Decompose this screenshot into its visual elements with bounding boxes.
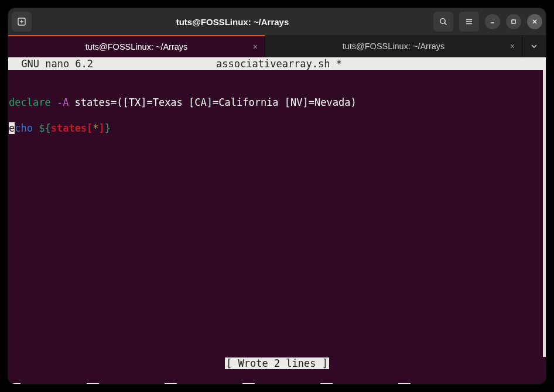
tab-overflow-chevron[interactable]	[522, 35, 546, 57]
status-line: [ Wrote 2 lines ]	[8, 357, 546, 370]
svg-line-4	[444, 23, 446, 25]
scrollbar[interactable]	[543, 70, 546, 357]
shortcut-bar: ^G Help ^O Write Out ^W Where Is ^K Cut …	[8, 370, 546, 384]
nano-filename: associativearray.sh *	[93, 57, 539, 70]
minimize-button[interactable]	[485, 14, 500, 29]
close-button[interactable]	[527, 14, 542, 29]
tab-label: tuts@FOSSLinux: ~/Arrays	[343, 42, 445, 51]
tab-1[interactable]: tuts@FOSSLinux: ~/Arrays ×	[8, 35, 265, 57]
code-line-2: echo ${states[*]}	[9, 122, 111, 134]
maximize-button[interactable]	[506, 14, 521, 29]
terminal-window: tuts@FOSSLinux: ~/Arrays tuts@FOSSLinux:…	[8, 8, 546, 384]
tab-label: tuts@FOSSLinux: ~/Arrays	[86, 42, 188, 51]
svg-rect-9	[512, 20, 515, 23]
nano-version: GNU nano 6.2	[15, 57, 93, 70]
nano-header: GNU nano 6.2 associativearray.sh *	[8, 57, 546, 70]
tab-close-icon[interactable]: ×	[253, 42, 258, 51]
editor-area[interactable]: declare -A states=([TX]=Texas [CA]=Calif…	[8, 70, 546, 357]
cursor: e	[9, 122, 15, 134]
code-line-1: declare -A states=([TX]=Texas [CA]=Calif…	[9, 97, 357, 108]
new-tab-button[interactable]	[12, 12, 32, 32]
tab-close-icon[interactable]: ×	[510, 42, 515, 51]
window-title: tuts@FOSSLinux: ~/Arrays	[32, 17, 433, 27]
titlebar: tuts@FOSSLinux: ~/Arrays	[8, 8, 546, 35]
tab-bar: tuts@FOSSLinux: ~/Arrays × tuts@FOSSLinu…	[8, 35, 546, 57]
shortcut-row-1: ^G Help ^O Write Out ^W Where Is ^K Cut …	[9, 383, 464, 384]
tab-2[interactable]: tuts@FOSSLinux: ~/Arrays ×	[265, 35, 522, 57]
svg-point-3	[440, 19, 445, 23]
menu-button[interactable]	[459, 12, 479, 32]
search-button[interactable]	[433, 12, 453, 32]
